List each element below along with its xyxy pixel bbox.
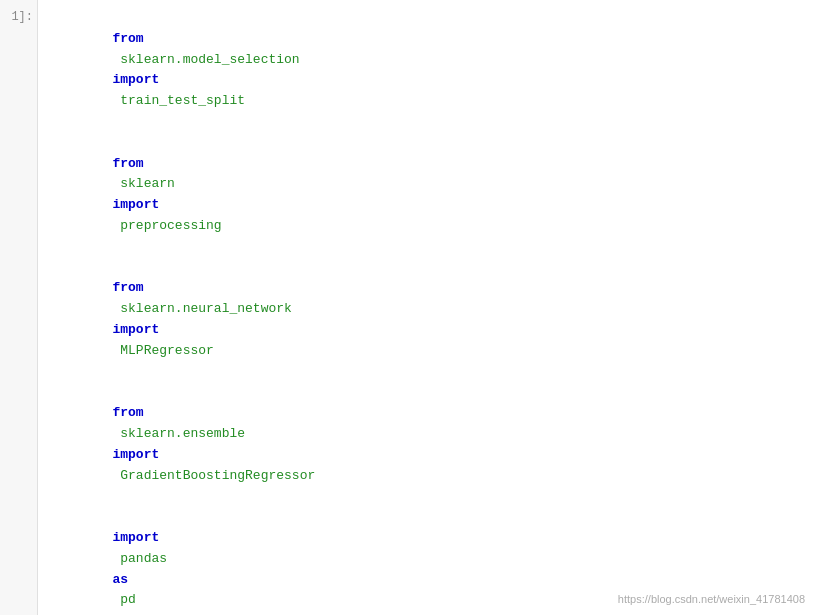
notebook: 1]: from sklearn.model_selection import … bbox=[0, 0, 815, 615]
kw-import-3: import bbox=[112, 322, 159, 337]
mod-mlp: MLPRegressor bbox=[112, 343, 213, 358]
cell-1: 1]: from sklearn.model_selection import … bbox=[0, 0, 815, 615]
kw-as: as bbox=[112, 572, 128, 587]
kw-import-4: import bbox=[112, 447, 159, 462]
kw-from-3: from bbox=[112, 280, 143, 295]
kw-import-5: import bbox=[112, 530, 159, 545]
cell-1-content[interactable]: from sklearn.model_selection import trai… bbox=[38, 0, 815, 615]
cell-1-number: 1]: bbox=[0, 0, 38, 615]
mod-sklearn: sklearn bbox=[112, 176, 182, 191]
kw-import-2: import bbox=[112, 197, 159, 212]
watermark-text: https://blog.csdn.net/weixin_41781408 bbox=[618, 593, 805, 605]
mod-train-test: train_test_split bbox=[112, 93, 245, 108]
mod-pd: pd bbox=[112, 592, 135, 607]
kw-from-2: from bbox=[112, 156, 143, 171]
mod-sklearn-neural: sklearn.neural_network bbox=[112, 301, 299, 316]
kw-import-1: import bbox=[112, 72, 159, 87]
mod-gbr: GradientBoostingRegressor bbox=[112, 468, 315, 483]
mod-sklearn-ensemble: sklearn.ensemble bbox=[112, 426, 252, 441]
code-line-2: from sklearn import preprocessing bbox=[50, 133, 803, 258]
kw-from-1: from bbox=[112, 31, 143, 46]
code-line-4: from sklearn.ensemble import GradientBoo… bbox=[50, 382, 803, 507]
mod-sklearn-model: sklearn.model_selection bbox=[112, 52, 307, 67]
mod-pandas: pandas bbox=[112, 551, 174, 566]
mod-preprocessing: preprocessing bbox=[112, 218, 221, 233]
code-line-3: from sklearn.neural_network import MLPRe… bbox=[50, 258, 803, 383]
code-line-1: from sklearn.model_selection import trai… bbox=[50, 8, 803, 133]
kw-from-4: from bbox=[112, 405, 143, 420]
